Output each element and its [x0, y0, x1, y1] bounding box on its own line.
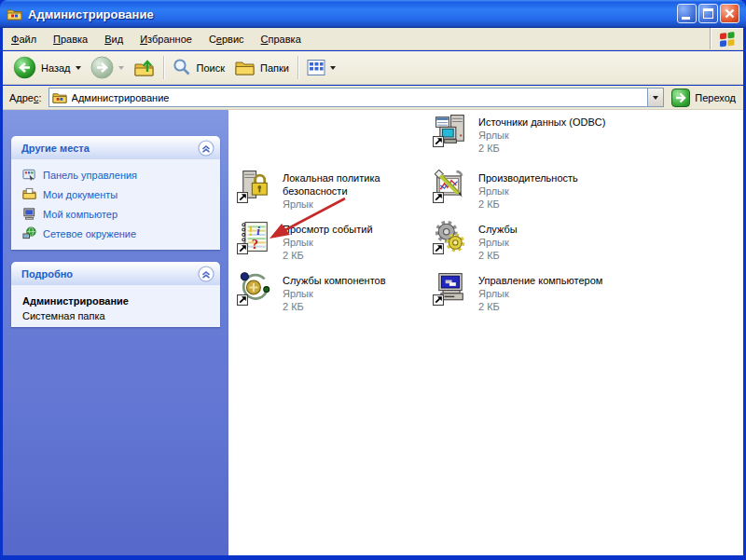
search-icon — [173, 58, 192, 77]
title-bar[interactable]: Администрирование — [0, 0, 746, 28]
other-places-panel: Другие места — [11, 136, 220, 250]
sidebar-item-network-places[interactable]: Сетевое окружение — [22, 226, 220, 240]
menu-file[interactable]: Файл — [3, 28, 45, 49]
collapse-chevron-icon[interactable] — [198, 266, 214, 282]
back-label: Назад — [41, 62, 71, 74]
shortcut-overlay-icon — [433, 294, 444, 306]
tile-name: Службы — [478, 223, 518, 236]
folders-button[interactable]: Папки — [229, 54, 294, 81]
views-dropdown-caret[interactable] — [330, 66, 336, 70]
menu-edit[interactable]: Правка — [45, 28, 96, 49]
views-button[interactable] — [302, 56, 340, 79]
back-button[interactable]: Назад — [8, 53, 86, 82]
sidebar-item-label: Мои документы — [43, 189, 117, 200]
explorer-window: Администрирование Файл Правка Вид Избран… — [0, 0, 746, 560]
tile-name: Источники данных (ODBC) — [478, 116, 605, 129]
go-button[interactable] — [671, 89, 690, 107]
tile-name: Локальная политика безопасности — [283, 171, 418, 198]
window-title: Администрирование — [28, 7, 154, 21]
forward-dropdown-caret — [118, 66, 124, 70]
toolbar-separator — [297, 56, 298, 79]
menu-label: Справка — [261, 34, 301, 45]
address-dropdown-button[interactable] — [647, 89, 663, 106]
details-folder-type: Системная папка — [22, 310, 209, 321]
tile-performance[interactable]: Производительность Ярлык 2 КБ — [435, 170, 578, 211]
collapse-chevron-icon[interactable] — [198, 140, 214, 157]
folder-view[interactable]: Источники данных (ODBC) Ярлык 2 КБ — [228, 110, 743, 555]
control-panel-icon — [22, 168, 36, 182]
menu-label: Вид — [104, 34, 123, 45]
svg-text:?: ? — [252, 237, 258, 252]
back-dropdown-caret[interactable] — [76, 66, 81, 70]
menu-bar: Файл Правка Вид Избранное Сервис Справка — [3, 28, 743, 50]
minimize-button[interactable] — [677, 4, 697, 23]
address-combo[interactable] — [48, 88, 665, 107]
up-button[interactable] — [129, 54, 159, 81]
tile-size: 2 КБ — [283, 300, 386, 313]
details-panel: Подробно Администрирование Системная пап… — [11, 262, 220, 327]
menu-favorites[interactable]: Избранное — [131, 28, 200, 49]
close-button[interactable] — [720, 4, 739, 23]
admin-folder-icon — [52, 90, 67, 105]
forward-arrow-icon — [90, 56, 114, 79]
task-pane: Другие места — [3, 110, 228, 555]
my-computer-icon — [22, 207, 36, 221]
forward-button[interactable] — [86, 53, 129, 82]
toolbar-separator — [163, 56, 164, 79]
toolbar: Назад Поиск — [3, 51, 743, 85]
tile-name: Управление компьютером — [478, 274, 602, 287]
shortcut-overlay-icon — [433, 192, 444, 203]
tile-type: Ярлык — [283, 198, 418, 211]
tile-type: Ярлык — [283, 287, 386, 300]
address-input[interactable] — [72, 92, 648, 103]
shortcut-overlay-icon — [433, 243, 444, 254]
tile-size: 2 КБ — [478, 300, 602, 313]
shortcut-overlay-icon — [237, 294, 248, 306]
shortcut-overlay-icon — [433, 136, 444, 147]
admin-folder-icon — [7, 7, 22, 22]
tile-size: 2 КБ — [478, 249, 518, 262]
maximize-button[interactable] — [698, 4, 718, 23]
menu-label: Сервис — [209, 34, 244, 45]
details-header[interactable]: Подробно — [11, 262, 220, 285]
menu-tools[interactable]: Сервис — [200, 28, 253, 49]
menu-label: Файл — [11, 34, 36, 45]
folders-icon — [234, 57, 256, 78]
close-icon — [721, 5, 739, 22]
sidebar-item-control-panel[interactable]: Панель управления — [22, 168, 220, 182]
sidebar-item-my-documents[interactable]: Мои документы — [22, 187, 220, 201]
my-documents-icon — [22, 187, 36, 201]
sidebar-item-label: Панель управления — [43, 170, 137, 181]
menu-view[interactable]: Вид — [96, 28, 131, 49]
go-arrow-icon — [672, 89, 689, 106]
tile-local-security-policy[interactable]: Локальная политика безопасности Ярлык — [239, 170, 418, 211]
search-label: Поиск — [197, 62, 225, 74]
address-bar: Адрес: Переход — [3, 86, 743, 110]
tile-event-viewer[interactable]: ! i ? Просмотр событий Ярлык 2 КБ — [239, 221, 373, 262]
tile-name: Службы компонентов — [283, 274, 386, 287]
address-label: Адрес: — [9, 92, 42, 103]
tile-type: Ярлык — [478, 129, 605, 142]
sidebar-item-my-computer[interactable]: Мой компьютер — [22, 207, 220, 221]
details-folder-name: Администрирование — [22, 295, 209, 307]
tile-component-services[interactable]: Службы компонентов Ярлык 2 КБ — [239, 272, 386, 313]
other-places-title: Другие места — [21, 143, 90, 154]
back-arrow-icon — [13, 56, 36, 79]
views-icon — [307, 59, 325, 76]
network-places-icon — [22, 226, 36, 240]
go-label: Переход — [695, 92, 736, 103]
menu-help[interactable]: Справка — [253, 28, 310, 49]
search-button[interactable]: Поиск — [168, 55, 229, 80]
other-places-header[interactable]: Другие места — [11, 136, 220, 159]
tile-computer-management[interactable]: Управление компьютером Ярлык 2 КБ — [435, 272, 602, 313]
folders-label: Папки — [260, 62, 289, 74]
tile-name: Производительность — [478, 171, 578, 184]
shortcut-overlay-icon — [237, 243, 248, 254]
tile-odbc-data-sources[interactable]: Источники данных (ODBC) Ярлык 2 КБ — [435, 114, 605, 155]
tile-services[interactable]: Службы Ярлык 2 КБ — [435, 221, 518, 262]
tile-type: Ярлык — [478, 184, 578, 198]
tile-size: 2 КБ — [478, 198, 578, 211]
chevron-down-icon — [653, 96, 658, 100]
tile-name: Просмотр событий — [283, 223, 373, 236]
folder-up-icon — [133, 57, 155, 78]
